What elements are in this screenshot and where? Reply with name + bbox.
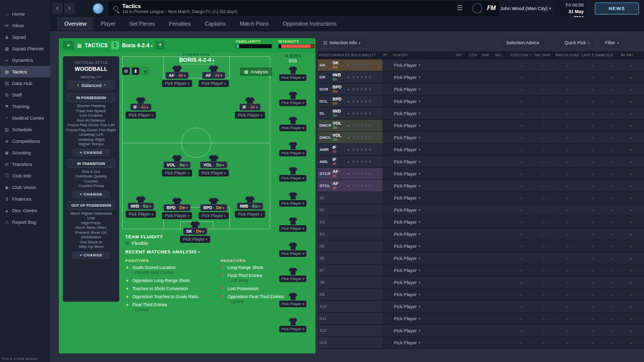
role-dropdown[interactable]: IWBSu▾ <box>331 108 350 119</box>
pick-player-dropdown[interactable]: Pick Player ▾ <box>279 150 306 156</box>
pick-player-dropdown[interactable]: Pick Player ▾ <box>392 192 455 204</box>
sidebar-item-competitions[interactable]: ★Competitions <box>0 135 50 147</box>
col-header-match-load[interactable]: MATCH LOAD <box>554 53 581 57</box>
tab-captains[interactable]: Captains <box>198 17 232 31</box>
sidebar-item-staff[interactable]: ⚙Staff <box>0 89 50 101</box>
sidebar-item-report-bug[interactable]: ⚠Report Bug <box>0 216 50 228</box>
pick-player-dropdown[interactable]: Pick Player ▾ <box>392 132 455 143</box>
sidebar-item-squad[interactable]: ♟Squad <box>0 31 50 43</box>
pick-player-dropdown[interactable]: Pick Player ▾ <box>392 264 455 276</box>
role-chip[interactable]: IF - At▾ <box>239 104 261 111</box>
pick-player-dropdown[interactable]: Pick Player ▾ <box>180 236 210 243</box>
role-chip[interactable]: SK - De▾ <box>183 228 207 235</box>
club-crest[interactable] <box>93 3 104 14</box>
pick-player-dropdown[interactable]: Pick Player ▾ <box>126 112 156 119</box>
pick-player-dropdown[interactable]: Pick Player ▾ <box>392 168 455 179</box>
pick-player-dropdown[interactable]: Pick Player ▾ <box>392 337 455 348</box>
pick-player-dropdown[interactable]: Pick Player ▾ <box>126 211 156 218</box>
role-dropdown[interactable]: BPDDe▾ <box>331 96 350 107</box>
col-header-gls[interactable]: GLS <box>605 53 620 57</box>
search-bar[interactable]: Tactics 1st in Premier League - Next Mat… <box>109 2 499 16</box>
pick-player-dropdown[interactable]: Pick Player ▾ <box>392 277 455 288</box>
sidebar-item-data-hub[interactable]: ▥Data Hub <box>0 77 50 89</box>
role-chip[interactable]: IWB - Su▾ <box>237 203 263 210</box>
col-header-position[interactable]: POSITION ⇅ <box>509 53 533 57</box>
col-header-role-ability[interactable]: ROLE ABILITY <box>350 53 382 57</box>
pick-player-dropdown[interactable]: Pick Player ▾ <box>199 80 229 87</box>
pick-player-dropdown[interactable]: Pick Player ▾ <box>392 313 455 324</box>
col-header-last-5-games[interactable]: LAST 5 GAMES <box>581 53 605 57</box>
kit-icon[interactable]: ◍ <box>122 67 130 75</box>
pick-player-dropdown[interactable]: Pick Player ▾ <box>279 301 306 307</box>
pick-player-dropdown[interactable]: Pick Player ▾ <box>162 80 192 87</box>
change-button[interactable]: » CHANGE <box>72 191 110 198</box>
pick-player-dropdown[interactable]: Pick Player ▾ <box>199 169 229 176</box>
pick-player-dropdown[interactable]: Pick Player ▾ <box>235 211 265 218</box>
globe-icon[interactable] <box>472 3 482 14</box>
change-button[interactable]: » CHANGE <box>72 251 110 259</box>
formation-dropdown[interactable]: BORIS 4-2-4 ▾ <box>121 57 272 63</box>
col-header-player[interactable]: PLAYER <box>392 53 455 57</box>
role-dropdown[interactable]: IFAt▾ <box>331 144 350 155</box>
sidebar-item-dynamics[interactable]: ∞Dynamics <box>0 54 50 66</box>
role-chip[interactable]: BPD - De▾ <box>200 204 227 211</box>
pick-player-dropdown[interactable]: Pick Player ▾ <box>392 325 455 336</box>
col-header-mo[interactable]: MO... <box>494 53 509 57</box>
sidebar-item-dev-centre[interactable]: ▲Dev. Centre <box>0 205 50 216</box>
tab-match-plans[interactable]: Match Plans <box>232 17 276 31</box>
sidebar-item-tactics[interactable]: ◎Tactics <box>0 66 50 77</box>
pick-player-dropdown[interactable]: Pick Player ▾ <box>392 71 455 83</box>
pick-player-dropdown[interactable]: Pick Player ▾ <box>392 180 455 192</box>
forward-button[interactable]: › <box>64 3 74 14</box>
pick-player-dropdown[interactable]: Pick Player ▾ <box>392 289 455 300</box>
sidebar-item-scouting[interactable]: ◉Scouting <box>0 147 50 158</box>
pick-player-dropdown[interactable]: Pick Player ▾ <box>392 144 455 155</box>
role-chip[interactable]: IWB - Su▾ <box>128 203 154 210</box>
pick-player-dropdown[interactable]: Pick Player ▾ <box>392 156 455 167</box>
pick-player-dropdown[interactable]: Pick Player ▾ <box>279 175 306 182</box>
role-dropdown[interactable]: BPDDe▾ <box>331 83 350 95</box>
pick-player-dropdown[interactable]: Pick Player ▾ <box>392 96 455 107</box>
sidebar-item-transfers[interactable]: ⇄Transfers <box>0 158 50 170</box>
role-dropdown[interactable]: VOLSu▾ <box>331 120 350 131</box>
add-tactic-button[interactable]: + <box>155 41 165 50</box>
pick-player-dropdown[interactable]: Pick Player ▾ <box>279 100 306 106</box>
selection-info-dropdown[interactable]: ▤Selection Info▾ <box>318 38 366 48</box>
manager-dropdown[interactable]: John Wood (Man City) ▾ <box>500 6 551 11</box>
tactic-slot-badge[interactable]: 1 <box>111 41 119 49</box>
tab-player[interactable]: Player <box>94 17 123 31</box>
pick-player-dropdown[interactable]: Pick Player ▾ <box>162 212 192 219</box>
col-header-con[interactable]: CON <box>468 53 481 57</box>
sidebar-item-squad-planner[interactable]: ▦Squad Planner <box>0 43 50 54</box>
role-chip[interactable]: AF - At▾ <box>166 72 188 79</box>
change-button[interactable]: » CHANGE <box>72 149 110 156</box>
tab-set-pieces[interactable]: Set Pieces <box>123 17 162 31</box>
pick-player-dropdown[interactable]: Pick Player ▾ <box>392 59 455 71</box>
role-dropdown[interactable]: IWBSu▾ <box>331 71 350 83</box>
sidebar-item-home[interactable]: ⌂Home <box>0 8 50 20</box>
pick-player-dropdown[interactable]: Pick Player ▾ <box>392 216 455 228</box>
sidebar-item-finances[interactable]: $Finances <box>0 193 50 205</box>
col-header-inf[interactable]: INF <box>455 53 468 57</box>
role-dropdown[interactable]: AFAt▾ <box>331 168 350 179</box>
tab-penalties[interactable]: Penalties <box>162 17 198 31</box>
sidebar-item-club-info[interactable]: ⓘClub Info <box>0 170 50 182</box>
role-dropdown[interactable]: AFAt▾ <box>331 180 350 192</box>
role-chip[interactable]: AF - At▾ <box>202 72 225 79</box>
news-button[interactable]: NEWS <box>595 3 639 15</box>
role-dropdown[interactable]: IFAt▾ <box>331 156 350 167</box>
pick-player-dropdown[interactable]: Pick Player ▾ <box>392 228 455 240</box>
pick-player-dropdown[interactable]: Pick Player ▾ <box>392 301 455 312</box>
role-dropdown[interactable]: SKDe▾ <box>331 59 350 71</box>
pick-player-dropdown[interactable]: Pick Player ▾ <box>392 108 455 119</box>
role-chip[interactable]: IF - At▾ <box>130 104 151 111</box>
sidebar-item-medical-centre[interactable]: +Medical Centre <box>0 112 50 124</box>
tab-overview[interactable]: Overview <box>57 17 94 31</box>
pick-player-dropdown[interactable]: Pick Player ▾ <box>392 204 455 216</box>
pick-player-dropdown[interactable]: Pick Player ▾ <box>392 240 455 252</box>
selection-advice-button[interactable]: Selection Advice <box>501 38 544 48</box>
role-dropdown[interactable]: VOLSu▾ <box>331 132 350 143</box>
stats-icon[interactable]: ▮ <box>132 67 139 75</box>
mentality-dropdown[interactable]: ◑ Balanced ▾ <box>67 80 115 89</box>
pick-player-dropdown[interactable]: Pick Player ▾ <box>279 125 306 131</box>
